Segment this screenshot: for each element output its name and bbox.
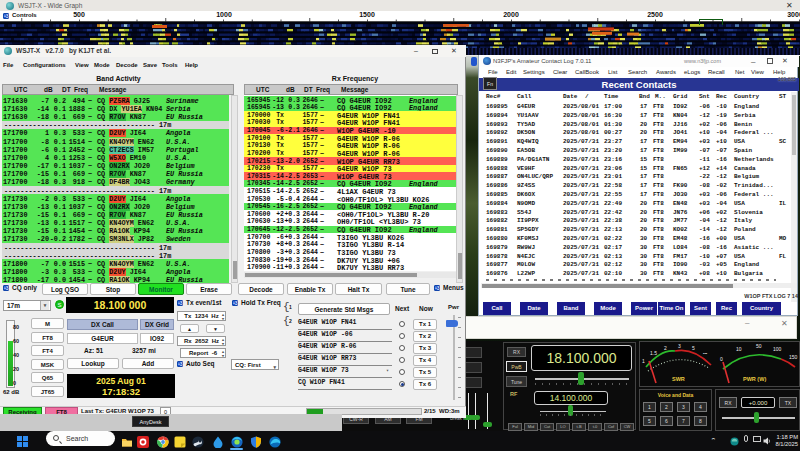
- svg-text:1.5: 1.5: [650, 350, 657, 356]
- svg-text:10: 10: [736, 346, 742, 352]
- svg-text:•••: •••: [703, 351, 708, 356]
- svg-text:50: 50: [756, 343, 762, 349]
- svg-text:5: 5: [692, 345, 695, 351]
- svg-text:100: 100: [773, 346, 782, 352]
- svg-text:SWR: SWR: [672, 376, 685, 382]
- svg-text:1: 1: [642, 358, 645, 364]
- svg-text:3: 3: [678, 343, 681, 349]
- svg-text:0: 0: [720, 356, 723, 362]
- svg-text:2: 2: [664, 345, 667, 351]
- svg-text:150: 150: [789, 354, 798, 360]
- svg-text:PWR (W): PWR (W): [743, 376, 766, 382]
